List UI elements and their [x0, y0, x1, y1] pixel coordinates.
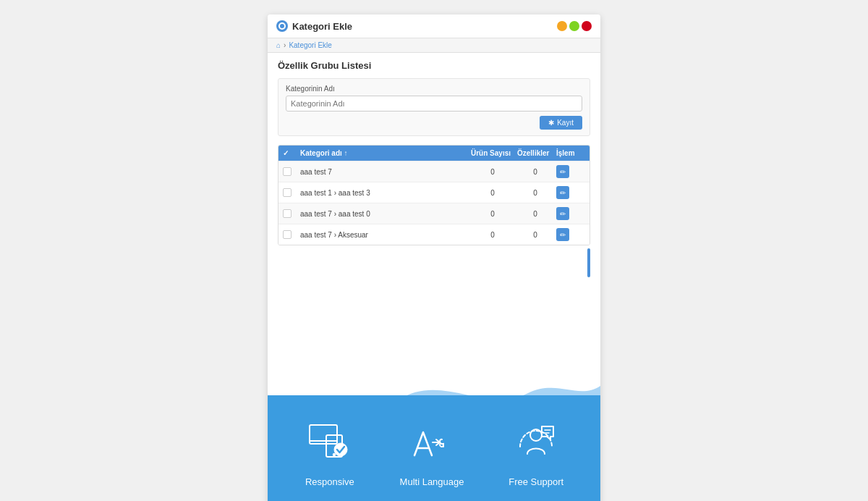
category-name-input[interactable]	[286, 96, 582, 111]
form-section: Kategorinin Adı ✱ Kayıt	[278, 78, 590, 136]
row-checkbox[interactable]	[283, 230, 292, 239]
close-button[interactable]	[582, 21, 592, 31]
window-title: Kategori Ekle	[292, 21, 352, 32]
features-section: Responsive Mu	[268, 395, 600, 501]
minimize-button[interactable]	[557, 21, 567, 31]
row-name: aaa test 7	[300, 168, 468, 176]
data-table: ✓ Kategori adı ↑ Ürün Sayısı Özellikler …	[278, 145, 590, 245]
feature-responsive: Responsive	[305, 417, 355, 487]
th-checkbox: ✓	[283, 149, 297, 157]
free-support-label: Free Support	[509, 476, 563, 487]
edit-button[interactable]: ✏	[556, 165, 569, 178]
responsive-svg	[306, 419, 353, 466]
home-icon: ⌂	[276, 41, 281, 49]
th-name[interactable]: Kategori adı ↑	[300, 149, 468, 157]
th-products[interactable]: Ürün Sayısı	[471, 149, 514, 157]
table-row: aaa test 7 › Aksesuar 0 0 ✏	[278, 224, 590, 245]
row-features: 0	[517, 210, 553, 218]
edit-button[interactable]: ✏	[556, 228, 569, 241]
save-icon: ✱	[548, 119, 554, 127]
breadcrumb-link[interactable]: Kategori Ekle	[289, 41, 331, 49]
app-window: Kategori Ekle ⌂ › Kategori Ekle Özellik …	[268, 14, 600, 501]
save-btn-row: ✱ Kayıt	[286, 116, 582, 130]
table-row: aaa test 7 › aaa test 0 0 0 ✏	[278, 203, 590, 224]
responsive-icon	[305, 417, 355, 468]
table-header: ✓ Kategori adı ↑ Ürün Sayısı Özellikler …	[278, 146, 590, 161]
title-bar-left: Kategori Ekle	[276, 20, 352, 32]
breadcrumb-separator: ›	[284, 41, 286, 49]
table-row: aaa test 1 › aaa test 3 0 0 ✏	[278, 182, 590, 203]
row-checkbox[interactable]	[283, 167, 292, 176]
svg-point-4	[333, 453, 336, 455]
row-name: aaa test 7 › Aksesuar	[300, 231, 468, 239]
page-title: Özellik Grubu Listesi	[278, 60, 590, 71]
svg-point-5	[334, 443, 347, 456]
form-label: Kategorinin Adı	[286, 85, 582, 93]
save-button[interactable]: ✱ Kayıt	[540, 116, 582, 130]
responsive-label: Responsive	[305, 476, 354, 487]
window-controls	[557, 21, 592, 31]
row-checkbox[interactable]	[283, 209, 292, 218]
edit-button[interactable]: ✏	[556, 207, 569, 220]
scrollbar[interactable]	[587, 248, 590, 277]
edit-button[interactable]: ✏	[556, 186, 569, 199]
app-logo	[276, 20, 288, 32]
wave-section: Responsive Mu	[268, 285, 600, 501]
save-button-label: Kayıt	[557, 119, 574, 127]
title-bar: Kategori Ekle	[268, 14, 600, 38]
free-support-icon	[511, 417, 561, 468]
breadcrumb: ⌂ › Kategori Ekle	[268, 38, 600, 53]
row-products: 0	[471, 231, 514, 239]
row-checkbox[interactable]	[283, 188, 292, 197]
multi-language-svg	[409, 419, 456, 466]
multi-language-label: Multi Language	[400, 476, 464, 487]
table-row: aaa test 7 0 0 ✏	[278, 161, 590, 182]
free-support-svg	[513, 419, 560, 466]
row-features: 0	[517, 189, 553, 197]
content-area: Özellik Grubu Listesi Kategorinin Adı ✱ …	[268, 53, 600, 285]
feature-free-support: Free Support	[509, 417, 563, 487]
th-features[interactable]: Özellikler	[517, 149, 553, 157]
row-features: 0	[517, 231, 553, 239]
row-features: 0	[517, 168, 553, 176]
maximize-button[interactable]	[569, 21, 579, 31]
multi-language-icon	[407, 417, 457, 468]
row-name: aaa test 7 › aaa test 0	[300, 210, 468, 218]
row-products: 0	[471, 168, 514, 176]
th-action: İşlem	[556, 149, 585, 157]
row-products: 0	[471, 210, 514, 218]
row-products: 0	[471, 189, 514, 197]
feature-multi-language: Multi Language	[400, 417, 464, 487]
row-name: aaa test 1 › aaa test 3	[300, 189, 468, 197]
